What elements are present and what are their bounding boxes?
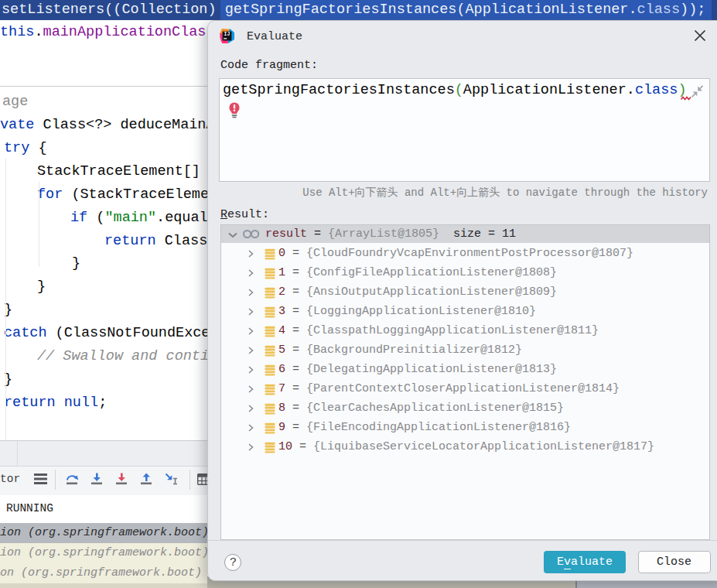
svg-text:IJ: IJ	[224, 32, 230, 37]
